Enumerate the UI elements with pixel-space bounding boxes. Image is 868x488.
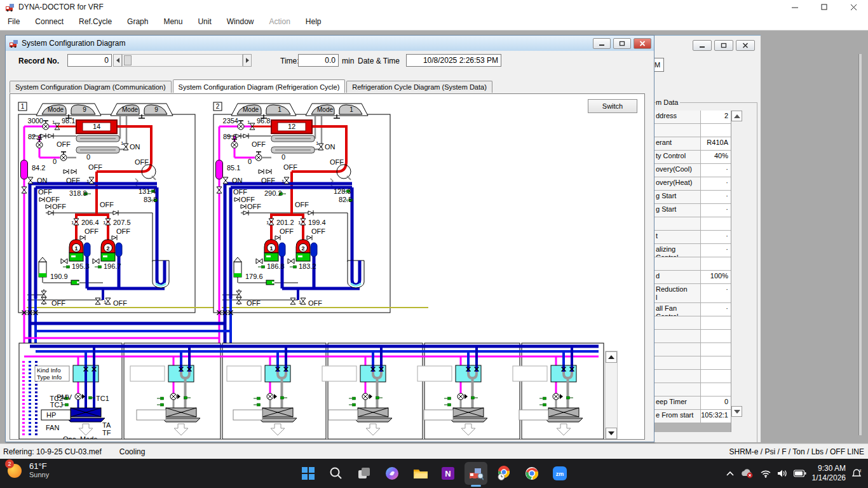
tab-0[interactable]: System Configuration Diagram (Communicat… <box>10 81 172 93</box>
panel-minimize-button[interactable] <box>693 40 712 51</box>
system-data-scrollbar[interactable] <box>731 111 742 121</box>
status-units: SHRM-e / Psi / F / Ton / Lbs / OFF LINE <box>729 447 865 456</box>
wifi-icon[interactable] <box>760 469 771 478</box>
system-data-row-13[interactable]: Reduction l· <box>654 284 731 303</box>
sensor-icon <box>471 396 475 399</box>
outdoor-circuit-1[interactable]: 1Mode9Mode912111111300098.11482.484.2003… <box>18 102 233 356</box>
menu-window[interactable]: Window <box>219 14 262 30</box>
child-restore-button[interactable] <box>613 38 631 49</box>
record-scroll-right-button[interactable] <box>243 54 252 67</box>
battery-icon[interactable] <box>794 470 806 477</box>
indoor-scroll-up-button[interactable] <box>606 351 617 363</box>
menu-menu[interactable]: Menu <box>156 14 190 30</box>
indoor-units-scrollbar[interactable] <box>605 351 618 440</box>
system-data-row-21[interactable]: eep Timer0 <box>654 396 731 410</box>
system-data-scroll-down[interactable] <box>731 406 742 417</box>
child-minimize-button[interactable] <box>593 38 611 49</box>
system-data-row-12[interactable]: d100% <box>654 271 731 284</box>
notification-bell-icon[interactable]: z <box>851 468 863 478</box>
system-data-row-7[interactable]: g Start· <box>654 204 731 217</box>
app-close-button[interactable] <box>839 0 868 14</box>
system-data-row-3[interactable]: ty Control40% <box>654 151 731 164</box>
row-value <box>701 343 731 356</box>
row-label <box>654 370 701 383</box>
system-data-row-6[interactable]: g Start· <box>654 191 731 204</box>
menu-ref-cycle[interactable]: Ref.Cycle <box>71 14 119 30</box>
system-data-row-1[interactable] <box>654 124 731 137</box>
taskbar-copilot-icon[interactable] <box>378 459 406 488</box>
system-data-row-14[interactable]: all Fan Control· <box>654 303 731 316</box>
system-data-scroll-up[interactable] <box>731 111 742 121</box>
fan-mode-value: 9 <box>83 106 86 113</box>
switch-button[interactable]: Switch <box>588 99 637 113</box>
taskbar-search-icon[interactable] <box>322 459 350 488</box>
child-titlebar[interactable]: System Configuration Diagram <box>6 36 654 51</box>
volume-icon[interactable] <box>777 469 788 478</box>
value-td2: 199.4 <box>308 219 326 226</box>
status-refering: Refering: 10-9-25 CU-03.mef <box>3 447 102 456</box>
taskbar-file-explorer-icon[interactable] <box>406 459 434 488</box>
menu-unit[interactable]: Unit <box>190 14 219 30</box>
system-data-row-8[interactable] <box>654 217 731 231</box>
app-titlebar[interactable]: DYNA-DOCTOR for VRF <box>0 0 868 14</box>
system-data-row-15[interactable] <box>654 316 731 330</box>
child-window-icon <box>9 39 18 48</box>
tab-2[interactable]: Refrigeration Cycle Diagram (System Data… <box>346 81 492 93</box>
taskbar-onenote-icon[interactable]: N <box>434 459 462 488</box>
system-data-row-22[interactable]: e From start105:32:1 <box>654 410 731 423</box>
system-data-row-2[interactable]: erantR410A <box>654 137 731 151</box>
tray-chevron-icon[interactable] <box>726 470 735 477</box>
record-controls: Record No. 0 Time: 0.0 min Date & Time 1… <box>6 51 654 71</box>
taskbar-start-icon[interactable] <box>294 459 322 488</box>
datetime-input[interactable]: 10/8/2025 2:26:53 PM <box>406 54 501 67</box>
system-data-scrolldown-holder[interactable] <box>731 406 742 417</box>
system-data-row-10[interactable]: alizing Control· <box>654 244 731 257</box>
menu-help[interactable]: Help <box>298 14 329 30</box>
taskbar-task-view-icon[interactable] <box>350 459 378 488</box>
row-label: overy(Heat) <box>654 177 701 190</box>
taskbar-chrome-icon[interactable] <box>518 459 546 488</box>
record-no-input[interactable]: 0 <box>67 54 112 67</box>
status-left_off3: OFF <box>247 203 261 210</box>
system-data-row-0[interactable]: ddress2 <box>654 111 731 124</box>
time-input[interactable]: 0.0 <box>298 54 339 67</box>
sensor-icon <box>262 266 265 268</box>
system-data-row-11[interactable] <box>654 257 731 271</box>
record-scrollbar-thumb[interactable] <box>124 55 132 65</box>
ope-mode-box <box>233 410 262 420</box>
panel-restore-button[interactable] <box>714 40 733 51</box>
system-data-row-5[interactable]: overy(Heat)· <box>654 177 731 191</box>
app-maximize-button[interactable] <box>810 0 839 14</box>
app-minimize-button[interactable] <box>780 0 810 14</box>
indoor-scroll-down-button[interactable] <box>606 428 617 439</box>
system-data-row-17[interactable] <box>654 343 731 356</box>
record-scrollbar[interactable] <box>122 54 243 67</box>
value-t_left1: 82.4 <box>28 133 41 140</box>
taskbar-zoom-icon[interactable]: zm <box>546 459 574 488</box>
outdoor-circuit-2[interactable]: 2Mode1Mode112111111235496.81289.685.1002… <box>214 102 428 356</box>
system-data-row-16[interactable] <box>654 330 731 343</box>
taskbar-dyna-doctor-icon[interactable] <box>462 459 490 488</box>
menu-graph[interactable]: Graph <box>119 14 156 30</box>
fan-mode-label: Mode <box>48 106 64 113</box>
onedrive-error-icon[interactable] <box>740 468 754 478</box>
system-data-row-9[interactable]: t· <box>654 231 731 244</box>
system-data-row-20[interactable] <box>654 383 731 396</box>
child-close-button[interactable] <box>634 38 651 49</box>
system-data-row-19[interactable] <box>654 370 731 383</box>
panel-close-button[interactable] <box>736 40 755 51</box>
background-scrollbar[interactable] <box>858 54 862 435</box>
system-data-row-18[interactable] <box>654 356 731 370</box>
tab-1[interactable]: System Configuration Diagram (Refrigerat… <box>173 79 346 93</box>
weather-widget[interactable]: 2 61°F Sunny <box>6 461 49 479</box>
taskbar: 2 61°F Sunny Nzm 9:30 AM 1/14/2026 z <box>0 459 868 488</box>
menu-connect[interactable]: Connect <box>27 14 71 30</box>
row-value: · <box>701 244 731 257</box>
system-data-row-4[interactable]: overy(Cool)· <box>654 164 731 177</box>
record-scroll-left-button[interactable] <box>113 54 122 67</box>
tf-label: TF <box>102 429 111 437</box>
menu-action[interactable]: Action <box>261 14 297 30</box>
taskbar-chrome-beta-icon[interactable] <box>490 459 518 488</box>
menu-file[interactable]: File <box>0 14 27 30</box>
tray-clock[interactable]: 9:30 AM 1/14/2026 <box>812 464 846 483</box>
